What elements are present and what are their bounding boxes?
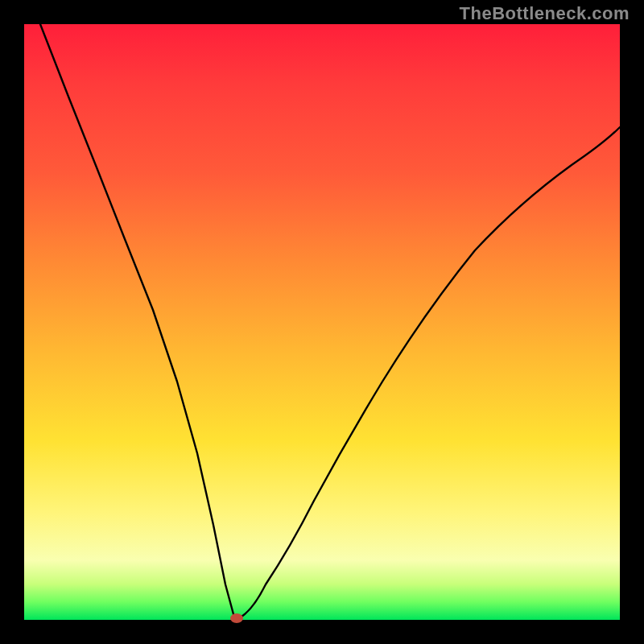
curve-svg (24, 24, 620, 620)
plot-area (24, 24, 620, 620)
chart-frame: TheBottleneck.com (0, 0, 644, 644)
bottleneck-curve (40, 24, 620, 620)
minimum-marker (230, 613, 243, 623)
watermark-text: TheBottleneck.com (460, 3, 630, 24)
